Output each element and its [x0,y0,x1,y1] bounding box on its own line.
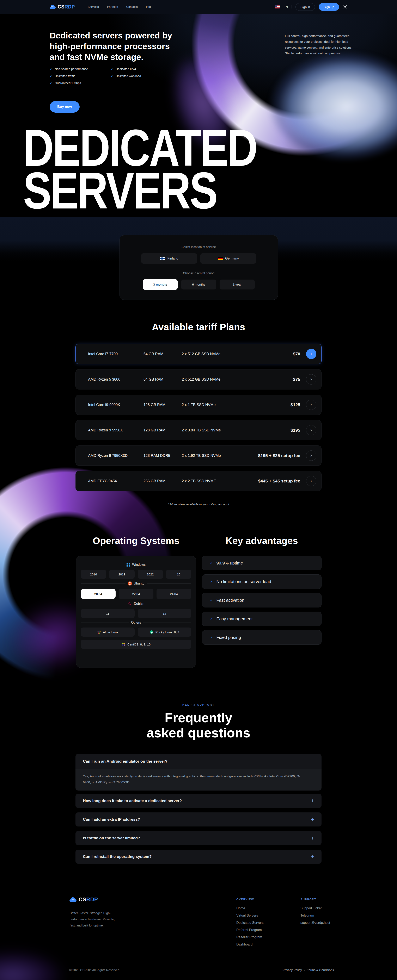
footer-link-referral-program[interactable]: Referral Program [236,928,264,932]
plan-price: $195 + $25 setup fee [258,453,300,458]
plan-cpu: AMD EPYC 9454 [88,479,143,483]
faq-question[interactable]: Can I reinstall the operating system?+ [75,850,322,864]
expand-plus-icon[interactable]: + [311,853,314,860]
plan-row[interactable]: AMD Ryzen 9 5950X 128 GB RAM 2 x 3.84 TB… [75,420,322,440]
os-centos-button[interactable]: CentOS: 8, 9, 10 [81,640,191,649]
terms-conditions-link[interactable]: Terms & Conditions [307,968,334,972]
faq-answer: Yes, Android emulators work stably on de… [75,769,322,791]
os-alma-linux-button[interactable]: Alma Linux [81,627,135,636]
os-ubuntu-2404-button[interactable]: 24.04 [156,589,191,599]
footer-link-support-ticket[interactable]: Support Ticket [300,907,330,910]
expand-plus-icon[interactable]: + [311,797,314,804]
os-debian-12-button[interactable]: 12 [138,609,191,618]
location-finland-button[interactable]: Finland [141,253,197,264]
faq-question[interactable]: Can I run an Android emulator on the ser… [75,754,322,769]
privacy-policy-link[interactable]: Privacy Policy [282,968,302,972]
location-buttons: Finland Germany [120,253,278,264]
footer-tagline: Better. Faster. Stronger. High-performan… [70,910,120,929]
advantages-list: ✓99.9% uptime ✓No limitations on server … [202,556,322,649]
plan-row[interactable]: AMD EPYC 9454 256 GB RAM 2 x 2 TB SSD NV… [75,471,322,491]
plan-price: $125 [290,402,300,407]
plan-row[interactable]: Intel Core i9-9900K 128 GB RAM 2 x 1 TB … [75,395,322,415]
separator-dot: • [304,968,305,972]
nav-services[interactable]: Services [88,5,99,8]
sign-in-button[interactable]: Sign in [295,3,315,11]
advantage-item: ✓99.9% uptime [202,556,322,570]
footer-link-dashboard[interactable]: Dashboard [236,943,264,946]
period-1-year-button[interactable]: 1 year [220,280,255,290]
nav-partners[interactable]: Partners [107,5,118,8]
location-period-selector-card: Select location of service Finland Germa… [120,235,278,300]
footer-link-support-email[interactable]: support@csrdp.host [300,921,330,924]
windows-group-label: Windows [81,563,191,566]
faq-question[interactable]: Can I add an extra IP address?+ [75,813,322,826]
os-ubuntu-2204-button[interactable]: 22.04 [119,589,153,599]
os-windows-10-button[interactable]: 10 [166,570,191,579]
operating-systems-card: Windows 2016 2019 2022 10 Ubuntu 20.04 2… [76,556,196,668]
nav-contacts[interactable]: Contacts [126,5,138,8]
check-icon: ✓ [111,74,113,78]
theme-toggle-sun-icon[interactable] [343,5,348,9]
plan-storage: 2 x 512 GB SSD NVMe [182,377,293,382]
feature-item: ✓Dedicated IPv4 [111,67,172,71]
footer-link-telegram[interactable]: Telegram [300,914,330,917]
expand-plus-icon[interactable]: + [311,835,314,842]
plan-ram: 64 GB RAM [143,377,182,382]
plan-storage: 2 x 1.92 TB SSD NVMe [182,453,258,458]
os-windows-2016-button[interactable]: 2016 [81,570,106,579]
plan-storage: 2 x 512 GB SSD NVMe [182,352,293,356]
debian-icon [128,602,132,606]
chevron-right-icon: › [310,376,312,382]
period-3-months-button[interactable]: 3 months [143,279,178,290]
centos-button-row: CentOS: 8, 9, 10 [81,640,191,649]
buy-now-button[interactable]: Buy now [49,101,80,113]
plan-order-button[interactable]: › [306,476,316,486]
rocky-linux-icon [150,630,153,634]
collapse-minus-icon[interactable]: − [311,758,314,765]
footer-column-title: SUPPORT [300,898,330,901]
plan-row[interactable]: Intel Core i7-7700 64 GB RAM 2 x 512 GB … [75,344,322,364]
os-windows-2022-button[interactable]: 2022 [138,570,163,579]
footer-column-title: OVERVIEW [236,898,264,901]
location-germany-button[interactable]: Germany [200,253,256,264]
chevron-right-icon: › [310,478,312,484]
check-icon: ✓ [111,67,113,71]
check-icon: ✓ [210,580,213,584]
brand-logo[interactable]: CSRDP [49,4,75,10]
os-ubuntu-2004-button[interactable]: 20.04 [81,589,116,599]
location-label: Select location of service [120,245,278,248]
os-debian-11-button[interactable]: 11 [81,609,135,618]
os-section-title: Operating Systems [76,535,196,546]
plan-row[interactable]: AMD Ryzen 5 3600 64 GB RAM 2 x 512 GB SS… [75,369,322,390]
feature-item: ✓Unlimited traffic [49,74,111,78]
plan-ram: 256 GB RAM [143,479,182,483]
os-rocky-linux-button[interactable]: Rocky Linux: 8, 9 [138,627,191,636]
plan-order-button[interactable]: › [306,374,316,385]
plan-order-button[interactable]: › [306,425,316,435]
footer-overview-column: OVERVIEW Home Virtual Servers Dedicated … [236,898,264,946]
plan-order-button[interactable]: › [306,399,316,410]
hero-heading: Dedicated servers powered by high-perfor… [49,30,172,62]
footer-link-home[interactable]: Home [236,907,264,910]
plan-row[interactable]: AMD Ryzen 9 7950X3D 128 RAM DDR5 2 x 1.9… [75,445,322,466]
footer-logo[interactable]: CSRDP [69,896,98,903]
faq-question[interactable]: How long does it take to activate a dedi… [75,794,322,808]
plan-price: $70 [293,352,300,356]
footer-link-virtual-servers[interactable]: Virtual Servers [236,914,264,917]
os-windows-2019-button[interactable]: 2019 [109,570,134,579]
sign-up-button[interactable]: Sign up [319,3,339,11]
plan-order-button[interactable]: › [306,349,316,359]
period-6-months-button[interactable]: 6 months [181,280,216,290]
expand-plus-icon[interactable]: + [311,816,314,823]
plan-ram: 64 GB RAM [143,352,182,356]
windows-icon [126,563,130,566]
footer-link-reseller-program[interactable]: Reseller Program [236,935,264,939]
footer-link-dedicated-servers[interactable]: Dedicated Servers [236,921,264,924]
language-selector[interactable]: EN [284,5,288,9]
plan-cpu: AMD Ryzen 9 5950X [88,428,143,433]
plan-order-button[interactable]: › [306,450,316,461]
nav-info[interactable]: Info [146,5,151,8]
period-label: Choose a rental period [120,271,278,275]
faq-question[interactable]: Is traffic on the server limited?+ [75,831,322,845]
advantage-item: ✓Fixed pricing [202,630,322,645]
